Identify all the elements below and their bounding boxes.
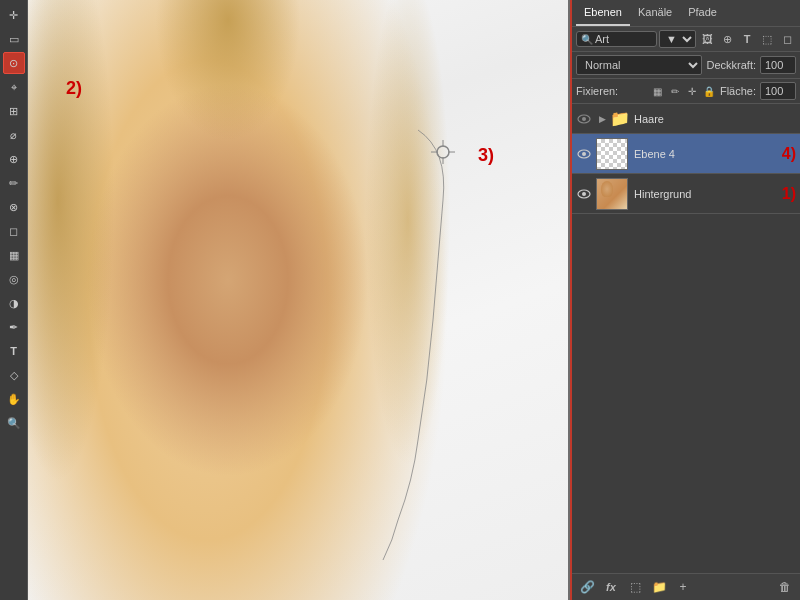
annotation-3-label: 3) bbox=[478, 145, 494, 166]
layer-item-hintergrund[interactable]: Hintergrund 1) bbox=[572, 174, 800, 214]
app-container: ✛ ▭ ⊙ ⌖ ⊞ ⌀ ⊕ ✏ ⊗ ◻ ▦ ◎ ◑ ✒ T ◇ ✋ 🔍 bbox=[0, 0, 800, 600]
layers-list: ▶ 📁 Haare Ebene 4 4) bbox=[572, 104, 800, 573]
shape-tool[interactable]: ◇ bbox=[3, 364, 25, 386]
panel-icon-adjustment[interactable]: ⊕ bbox=[718, 30, 736, 48]
layer-annotation-1: 1) bbox=[782, 185, 796, 203]
svg-point-6 bbox=[582, 117, 586, 121]
layer-expand-haare[interactable]: ▶ bbox=[596, 113, 608, 125]
layer-annotation-4: 4) bbox=[782, 145, 796, 163]
layer-name-ebene4: Ebene 4 bbox=[634, 148, 778, 160]
link-layers-icon[interactable]: 🔗 bbox=[578, 578, 596, 596]
panel-tabs: Ebenen Kanäle Pfade bbox=[572, 0, 800, 27]
svg-point-10 bbox=[582, 192, 586, 196]
magic-wand-tool[interactable]: ⌖ bbox=[3, 76, 25, 98]
blur-tool[interactable]: ◎ bbox=[3, 268, 25, 290]
lasso-tool[interactable]: ⊙ bbox=[3, 52, 25, 74]
layer-search-input[interactable] bbox=[595, 33, 652, 45]
panel-bottom-toolbar: 🔗 fx ⬚ 📁 + 🗑 bbox=[572, 573, 800, 600]
crop-tool[interactable]: ⊞ bbox=[3, 100, 25, 122]
panel-icon-text[interactable]: T bbox=[738, 30, 756, 48]
gradient-tool[interactable]: ▦ bbox=[3, 244, 25, 266]
folder-icon: 📁 bbox=[610, 111, 630, 127]
tab-kanaele[interactable]: Kanäle bbox=[630, 0, 680, 26]
layer-visibility-haare[interactable] bbox=[576, 111, 592, 127]
eraser-tool[interactable]: ◻ bbox=[3, 220, 25, 242]
layer-item-ebene4[interactable]: Ebene 4 4) bbox=[572, 134, 800, 174]
toolbar: ✛ ▭ ⊙ ⌖ ⊞ ⌀ ⊕ ✏ ⊗ ◻ ▦ ◎ ◑ ✒ T ◇ ✋ 🔍 bbox=[0, 0, 28, 600]
lock-icons: ▦ ✏ ✛ 🔒 bbox=[651, 84, 716, 98]
dodge-tool[interactable]: ◑ bbox=[3, 292, 25, 314]
annotation-2-label: 2) bbox=[66, 78, 82, 99]
layer-type-filter[interactable]: ▼ bbox=[659, 30, 696, 48]
fill-label: Fläche: bbox=[720, 85, 756, 97]
opacity-input[interactable] bbox=[760, 56, 796, 74]
pen-tool[interactable]: ✒ bbox=[3, 316, 25, 338]
opacity-label: Deckkraft: bbox=[706, 59, 756, 71]
text-tool[interactable]: T bbox=[3, 340, 25, 362]
panel-icon-image[interactable]: 🖼 bbox=[698, 30, 716, 48]
fix-label: Fixieren: bbox=[576, 85, 647, 97]
fx-icon[interactable]: fx bbox=[602, 578, 620, 596]
layer-name-hintergrund: Hintergrund bbox=[634, 188, 778, 200]
add-mask-icon[interactable]: ⬚ bbox=[626, 578, 644, 596]
layer-visibility-hintergrund[interactable] bbox=[576, 186, 592, 202]
canvas-inner: 2) 3) bbox=[28, 0, 568, 600]
lock-transparent-icon[interactable]: ▦ bbox=[651, 84, 665, 98]
blend-opacity-row: Normal Deckkraft: bbox=[572, 52, 800, 79]
layer-thumb-ebene4 bbox=[596, 138, 628, 170]
layers-panel: Ebenen Kanäle Pfade 🔍 ▼ 🖼 ⊕ T ⬚ ◻ bbox=[572, 0, 800, 600]
right-panel: Ebenen Kanäle Pfade 🔍 ▼ 🖼 ⊕ T ⬚ ◻ bbox=[570, 0, 800, 600]
tab-pfade[interactable]: Pfade bbox=[680, 0, 725, 26]
panel-filter-toolbar: 🔍 ▼ 🖼 ⊕ T ⬚ ◻ bbox=[572, 27, 800, 52]
hair-overlay bbox=[28, 0, 568, 600]
lock-position-icon[interactable]: ✛ bbox=[685, 84, 699, 98]
panel-icon-shape[interactable]: ⬚ bbox=[758, 30, 776, 48]
layer-visibility-ebene4[interactable] bbox=[576, 146, 592, 162]
search-icon: 🔍 bbox=[581, 34, 593, 45]
canvas-area: 2) 3) bbox=[28, 0, 570, 600]
layer-thumb-hintergrund bbox=[596, 178, 628, 210]
layer-group-haare[interactable]: ▶ 📁 Haare bbox=[572, 104, 800, 134]
delete-layer-icon[interactable]: 🗑 bbox=[776, 578, 794, 596]
move-tool[interactable]: ✛ bbox=[3, 4, 25, 26]
layer-search-box[interactable]: 🔍 bbox=[576, 31, 657, 47]
new-layer-icon[interactable]: + bbox=[674, 578, 692, 596]
clone-stamp-tool[interactable]: ⊗ bbox=[3, 196, 25, 218]
eyedropper-tool[interactable]: ⌀ bbox=[3, 124, 25, 146]
healing-brush-tool[interactable]: ⊕ bbox=[3, 148, 25, 170]
svg-point-8 bbox=[582, 152, 586, 156]
layer-name-haare: Haare bbox=[634, 113, 796, 125]
brush-tool[interactable]: ✏ bbox=[3, 172, 25, 194]
lock-pixels-icon[interactable]: ✏ bbox=[668, 84, 682, 98]
blend-mode-select[interactable]: Normal bbox=[576, 55, 702, 75]
rectangle-select-tool[interactable]: ▭ bbox=[3, 28, 25, 50]
tab-ebenen[interactable]: Ebenen bbox=[576, 0, 630, 26]
lock-fill-row: Fixieren: ▦ ✏ ✛ 🔒 Fläche: bbox=[572, 79, 800, 104]
panel-icon-smart[interactable]: ◻ bbox=[778, 30, 796, 48]
new-group-icon[interactable]: 📁 bbox=[650, 578, 668, 596]
fill-input[interactable] bbox=[760, 82, 796, 100]
lock-all-icon[interactable]: 🔒 bbox=[702, 84, 716, 98]
zoom-tool[interactable]: 🔍 bbox=[3, 412, 25, 434]
hand-tool[interactable]: ✋ bbox=[3, 388, 25, 410]
